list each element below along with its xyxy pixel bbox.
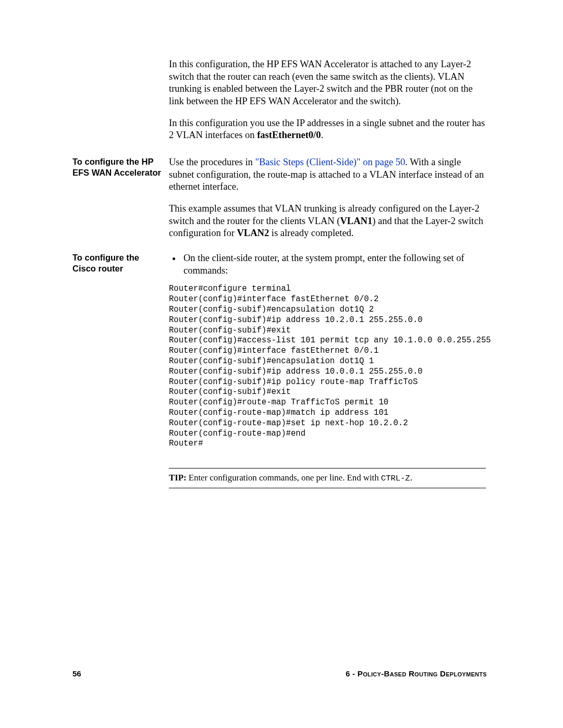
intro-p2-bold: fastEthernet0/0 <box>257 130 321 140</box>
sec2-block: To configure the Cisco router On the cli… <box>72 252 487 488</box>
sec1-p2: This example assumes that VLAN trunking … <box>169 203 486 240</box>
intro-p2a: In this configuration you use the IP add… <box>169 118 485 141</box>
sec2-list: On the client-side router, at the system… <box>169 252 486 277</box>
sec1-p1: Use the procedures in "Basic Steps (Clie… <box>169 156 486 193</box>
intro-p2: In this configuration you use the IP add… <box>169 117 486 142</box>
intro-body: In this configuration, the HP EFS WAN Ac… <box>169 58 486 142</box>
sec2-label: To configure the Cisco router <box>72 252 169 274</box>
page-content: In this configuration, the HP EFS WAN Ac… <box>72 58 487 488</box>
sec1-p2d: VLAN2 <box>237 228 270 238</box>
sec1-p1a: Use the procedures in <box>169 157 255 167</box>
page-number: 56 <box>72 669 81 678</box>
sec1-block: To configure the HP EFS WAN Accelerator … <box>72 156 487 240</box>
sec1-link[interactable]: "Basic Steps (Client-Side)" on page 50 <box>255 157 405 167</box>
spacer <box>72 240 487 252</box>
tip-textB: . <box>410 473 412 483</box>
intro-p1: In this configuration, the HP EFS WAN Ac… <box>169 58 486 108</box>
sec2-body: On the client-side router, at the system… <box>169 252 486 488</box>
tip-label: TIP: <box>169 473 187 483</box>
tip-mono: CTRL-Z <box>381 474 410 483</box>
tip-box: TIP: Enter configuration commands, one p… <box>169 468 486 488</box>
sec1-body: Use the procedures in "Basic Steps (Clie… <box>169 156 486 240</box>
intro-block: In this configuration, the HP EFS WAN Ac… <box>72 58 487 142</box>
intro-p2c: . <box>321 130 324 140</box>
sec1-p2e: is already completed. <box>269 228 353 238</box>
chapter-title: 6 - Policy-Based Routing Deployments <box>346 669 487 678</box>
page: In this configuration, the HP EFS WAN Ac… <box>0 0 563 728</box>
sec2-bullet: On the client-side router, at the system… <box>181 252 486 277</box>
sec1-p2b: VLAN1 <box>340 216 372 226</box>
sec2-code: Router#configure terminal Router(config)… <box>169 284 486 449</box>
page-footer: 56 6 - Policy-Based Routing Deployments <box>72 669 487 678</box>
tip-textA: Enter configuration commands, one per li… <box>187 473 381 483</box>
spacer <box>72 142 487 156</box>
sec1-label: To configure the HP EFS WAN Accelerator <box>72 156 169 178</box>
